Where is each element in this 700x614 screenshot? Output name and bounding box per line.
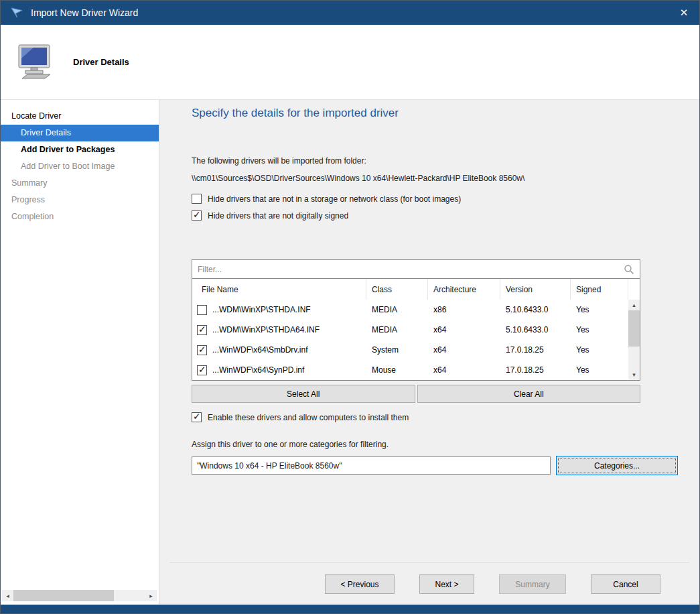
cell-class: MEDIA [366,305,428,314]
computer-icon [15,44,54,81]
scrollbar-track[interactable] [628,310,640,369]
cell-version: 17.0.18.25 [500,365,571,375]
driver-list-body: ...WDM\WinXP\STHDA.INF MEDIA x86 5.10.64… [192,300,628,380]
table-row[interactable]: ...WinWDF\x64\SynPD.inf Mouse x64 17.0.1… [192,360,628,380]
cell-signed: Yes [571,365,628,375]
cell-class: MEDIA [366,325,428,334]
previous-button[interactable]: < Previous [325,574,395,594]
categories-button[interactable]: Categories... [556,456,678,475]
wizard-footer-buttons: < Previous Next > Summary Cancel [325,574,660,594]
sidebar-item-summary: Summary [1,175,159,192]
select-all-button[interactable]: Select All [192,385,415,403]
table-row[interactable]: ...WDM\WinXP\STHDA64.INF MEDIA x64 5.10.… [192,320,628,340]
sidebar-item-progress: Progress [1,192,159,208]
enable-drivers-checkbox-row[interactable]: Enable these drivers and allow computers… [192,412,699,422]
cell-architecture: x64 [428,325,500,334]
cell-architecture: x64 [428,365,500,375]
import-folder-path: \\cm01\Sources$\OSD\DriverSources\Window… [192,174,699,183]
column-header-signed[interactable]: Signed [571,279,628,300]
wizard-icon [9,5,24,20]
summary-button: Summary [499,574,566,594]
page-header-title: Driver Details [73,57,129,67]
filter-input[interactable] [198,265,624,274]
scroll-right-icon[interactable]: ▸ [145,590,157,601]
cell-file-name: ...WDM\WinXP\STHDA64.INF [212,325,320,334]
sidebar-item-add-driver-to-boot-image: Add Driver to Boot Image [1,158,159,175]
row-checkbox[interactable] [197,345,207,355]
scrollbar-thumb[interactable] [13,590,114,601]
next-button[interactable]: Next > [419,574,474,594]
cell-signed: Yes [571,325,628,334]
import-new-driver-wizard-window: Import New Driver Wizard ✕ Driver Detail… [0,0,700,614]
column-header-file-name[interactable]: File Name [192,279,366,300]
cell-file-name: ...WDM\WinXP\STHDA.INF [212,305,311,314]
cell-architecture: x86 [428,305,500,314]
row-checkbox[interactable] [197,325,207,335]
scroll-up-icon[interactable]: ▴ [628,300,640,310]
cell-version: 5.10.6433.0 [500,325,571,334]
wizard-nav-sidebar: Locate Driver Driver Details Add Driver … [1,100,159,605]
window-title: Import New Driver Wizard [31,7,138,18]
column-header-architecture[interactable]: Architecture [428,279,500,300]
sidebar-item-completion: Completion [1,208,159,225]
scroll-left-icon[interactable]: ◂ [2,590,13,601]
assign-categories-label: Assign this driver to one or more catego… [192,440,699,449]
enable-drivers-checkbox[interactable] [192,412,202,422]
cell-version: 5.10.6433.0 [500,305,571,314]
category-input[interactable] [192,456,551,475]
bottom-accent-strip [1,605,699,613]
sidebar-item-locate-driver[interactable]: Locate Driver [1,108,159,125]
clear-all-button[interactable]: Clear All [417,385,641,403]
cell-architecture: x64 [428,345,500,355]
hide-storage-network-checkbox[interactable] [192,194,202,204]
table-row[interactable]: ...WDM\WinXP\STHDA.INF MEDIA x86 5.10.64… [192,300,628,320]
filter-box [192,259,640,279]
column-header-spacer [628,279,640,300]
enable-drivers-label: Enable these drivers and allow computers… [208,413,409,422]
driver-list: File Name Class Architecture Version Sig… [192,279,640,381]
scrollbar-thumb[interactable] [628,310,640,347]
table-vertical-scrollbar[interactable]: ▴ ▾ [628,300,640,380]
hide-unsigned-label: Hide drivers that are not digitally sign… [208,211,348,221]
hide-storage-network-label: Hide drivers that are not in a storage o… [208,194,461,204]
cell-class: Mouse [366,365,428,375]
close-icon[interactable]: ✕ [669,1,699,25]
cell-version: 17.0.18.25 [500,345,571,355]
main-content: Specify the details for the imported dri… [159,100,699,605]
search-icon [624,264,634,275]
cell-file-name: ...WinWDF\x64\SynPD.inf [212,365,304,375]
cell-class: System [366,345,428,355]
sidebar-horizontal-scrollbar[interactable]: ◂ ▸ [2,590,157,601]
cancel-button[interactable]: Cancel [591,574,660,594]
cell-signed: Yes [571,305,628,314]
sidebar-item-add-driver-to-packages[interactable]: Add Driver to Packages [1,141,159,158]
column-header-class[interactable]: Class [366,279,428,300]
scroll-down-icon[interactable]: ▾ [628,369,640,380]
cell-signed: Yes [571,345,628,355]
import-folder-label: The following drivers will be imported f… [192,156,699,166]
footer-divider [169,562,689,563]
hide-unsigned-checkbox[interactable] [192,210,202,221]
column-header-version[interactable]: Version [500,279,571,300]
cell-file-name: ...WinWDF\x64\SmbDrv.inf [212,345,307,355]
hide-storage-network-checkbox-row[interactable]: Hide drivers that are not in a storage o… [192,194,699,204]
driver-list-header: File Name Class Architecture Version Sig… [192,279,640,300]
title-bar: Import New Driver Wizard ✕ [1,1,699,25]
table-row[interactable]: ...WinWDF\x64\SmbDrv.inf System x64 17.0… [192,340,628,360]
row-checkbox[interactable] [197,305,207,315]
hide-unsigned-checkbox-row[interactable]: Hide drivers that are not digitally sign… [192,210,699,221]
scrollbar-track[interactable] [114,590,145,601]
sidebar-item-driver-details[interactable]: Driver Details [1,125,159,141]
page-title: Specify the details for the imported dri… [192,107,699,120]
wizard-header: Driver Details [1,25,699,100]
row-checkbox[interactable] [197,365,207,375]
